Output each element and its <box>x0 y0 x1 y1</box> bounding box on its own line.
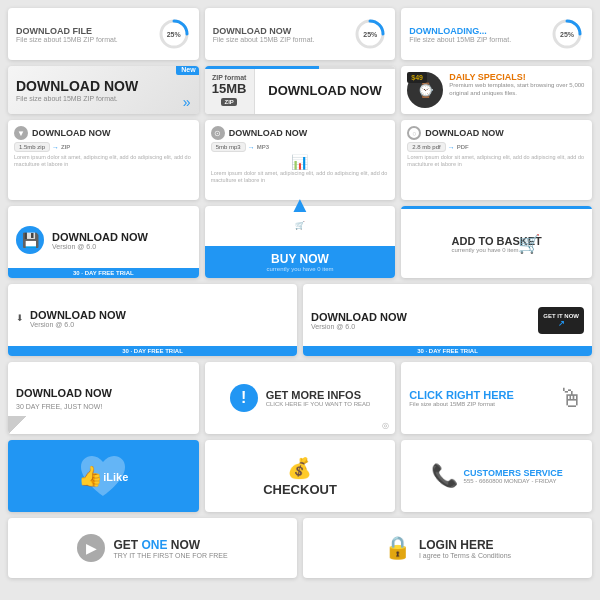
click-here-sub: File size about 15MB ZIP format <box>409 401 514 407</box>
dl-big-sub: File size about 15MB ZIP format. <box>16 95 118 102</box>
card3-sub: File size about 15MB ZIP format. <box>409 36 550 43</box>
get-one-main: GET ONE NOW <box>113 538 227 552</box>
get-it-badge-label: GET IT NOW <box>543 313 579 319</box>
pct-1: 25% <box>167 31 181 38</box>
get-one-card[interactable]: ▶ GET ONE NOW TRY IT THE FIRST ONE FOR F… <box>8 518 297 578</box>
daily-specials-card[interactable]: ⌚ DAILY SPECIALS! Premium web templates,… <box>401 66 592 114</box>
dl-v2-version: Version @ 6.0 <box>52 243 148 250</box>
ilike-label: iLike <box>103 471 128 483</box>
zip-badge: ZIP <box>221 98 236 106</box>
more-infos-main: GET MORE INFOS <box>266 389 371 401</box>
progress-ring-1: 25% <box>157 17 191 51</box>
dl-v2b-version: Version @ 6.0 <box>30 321 126 328</box>
phone-icon: 📞 <box>431 463 458 489</box>
login-sub: I agree to Terms & Conditions <box>419 552 511 559</box>
login-card[interactable]: 🔒 LOGIN HERE I agree to Terms & Conditio… <box>303 518 592 578</box>
customers-text: CUSTOMERS SERVICE 555 - 6660800 MONDAY -… <box>464 468 563 484</box>
get-it-text-area: DOWNLOAD NOW Version @ 6.0 <box>311 311 538 330</box>
customers-card[interactable]: 📞 CUSTOMERS SERVICE 555 - 6660800 MONDAY… <box>401 440 592 512</box>
dl-mp3-label: DOWNLOAD NOW <box>229 128 308 138</box>
lock-icon: 🔒 <box>384 535 411 561</box>
trial-bar-3: 30 · DAY FREE TRIAL <box>303 346 592 356</box>
basket-sub: currently you have 0 item <box>452 247 519 253</box>
buy-now-label: BUY NOW <box>209 252 392 266</box>
buy-now-sub: currently you have 0 item <box>209 266 392 272</box>
format-badge-1: ZIP <box>61 144 70 150</box>
arrow-icon-2: → <box>248 144 255 151</box>
dl-big-label: DOWNLOAD NOW <box>16 79 138 93</box>
chevrons-icon: » <box>183 94 191 110</box>
file-size-row: 1.5mb zip → ZIP <box>14 142 70 152</box>
login-text: LOGIN HERE I agree to Terms & Conditions <box>419 538 511 559</box>
arrow-icon-1: → <box>52 144 59 151</box>
get-one-text: GET ONE NOW TRY IT THE FIRST ONE FOR FRE… <box>113 538 227 559</box>
card3-title: Downloading... <box>409 26 550 36</box>
zip-btn-label: DOWNLOAD NOW <box>255 83 396 98</box>
curl-main: DOWNLOAD NOW <box>16 387 112 399</box>
buy-now-card-wrap[interactable]: ▲ 🛒 BUY NOW currently you have 0 item <box>205 206 396 278</box>
arrow-up-icon: ▲ <box>289 194 311 216</box>
coins-icon: 💰 <box>287 456 312 480</box>
circle-outline-icon: ○ <box>407 126 421 140</box>
dl-v2b-icon: ⬇ <box>16 313 24 323</box>
curl-dl-card[interactable]: DOWNLOAD NOW 30 DAY FREE, JUST NOW! <box>8 362 199 434</box>
hand-cursor-icon: 🖱 <box>558 385 584 411</box>
basket-card[interactable]: ADD TO BASKET currently you have 0 item … <box>401 206 592 278</box>
zip-size-label: 15MB <box>212 81 247 96</box>
dl-v2-main: DOWNLOAD NOW <box>52 231 148 243</box>
download-file-card[interactable]: Download file File size about 15MB ZIP f… <box>8 8 199 60</box>
dl-zip-detail-card[interactable]: ▼ DOWNLOAD NOW 1.5mb zip → ZIP Lorem ips… <box>8 120 199 200</box>
bar-chart-icon: 📊 <box>211 154 390 170</box>
card1-title: Download file <box>16 26 157 36</box>
click-here-card[interactable]: CLICK RIGHT HERE File size about 15MB ZI… <box>401 362 592 434</box>
more-infos-card[interactable]: ! GET MORE INFOS CLICK HERE IF YOU WANT … <box>205 362 396 434</box>
card2-sub: File size about 15MB ZIP format. <box>213 36 354 43</box>
downloading-card[interactable]: Downloading... File size about 15MB ZIP … <box>401 8 592 60</box>
exclamation-icon: ! <box>230 384 258 412</box>
more-infos-sub: CLICK HERE IF YOU WANT TO READ <box>266 401 371 407</box>
dl-v2-card-b[interactable]: ⬇ DOWNLOAD NOW Version @ 6.0 30 · DAY FR… <box>8 284 297 356</box>
zip-left: ZIP format 15MB ZIP <box>205 66 255 114</box>
format-badge-2: MP3 <box>257 144 269 150</box>
body-text-1: Lorem ipsum dolor sit amet, adipiscing e… <box>14 154 193 168</box>
file-size-row-2: 5mb mp3 → MP3 <box>211 142 269 152</box>
floppy-icon: 💾 <box>16 226 44 254</box>
ilike-card[interactable]: 👍 iLike <box>8 440 199 512</box>
get-it-version: Version @ 6.0 <box>311 323 538 330</box>
daily-title: DAILY SPECIALS! <box>449 72 586 82</box>
curl-corner-icon <box>8 416 26 434</box>
get-it-badge[interactable]: GET IT NOW ↗ <box>538 307 584 334</box>
dl-pdf-label: DOWNLOAD NOW <box>425 128 504 138</box>
dl-v2-card[interactable]: 💾 DOWNLOAD NOW Version @ 6.0 30 · DAY FR… <box>8 206 199 278</box>
dl-zip-label: DOWNLOAD NOW <box>32 128 111 138</box>
checkout-main: CHECKOUT <box>263 482 337 497</box>
card2-title: DOWNLOAD NOW <box>213 26 354 36</box>
zip-download-card[interactable]: ZIP format 15MB ZIP DOWNLOAD NOW <box>205 66 396 114</box>
format-badge-3: PDF <box>457 144 469 150</box>
get-it-arrow: ↗ <box>543 319 579 328</box>
pct-2: 25% <box>363 31 377 38</box>
click-here-text: CLICK RIGHT HERE File size about 15MB ZI… <box>409 389 514 407</box>
get-one-sub: TRY IT THE FIRST ONE FOR FREE <box>113 552 227 559</box>
arrow-icon-3: → <box>448 144 455 151</box>
file-size-tag-2: 5mb mp3 <box>211 142 246 152</box>
thumb-up-icon: 👍 <box>78 464 103 488</box>
dl-pdf-detail-card[interactable]: ○ DOWNLOAD NOW 2.8 mb pdf → PDF Lorem ip… <box>401 120 592 200</box>
down-triangle-icon: ▼ <box>14 126 28 140</box>
dl-v2b-main: DOWNLOAD NOW <box>30 309 126 321</box>
daily-sub: Premium web templates, start browsing ov… <box>449 82 586 98</box>
basket-icon: 🛒 <box>518 233 540 255</box>
progress-ring-2: 25% <box>353 17 387 51</box>
pct-3: 25% <box>560 31 574 38</box>
customers-main: CUSTOMERS SERVICE <box>464 468 563 478</box>
customers-sub: 555 - 6660800 MONDAY - FRIDAY <box>464 478 563 484</box>
download-big-card[interactable]: New DOWNLOAD NOW File size about 15MB ZI… <box>8 66 199 114</box>
checkout-card[interactable]: 💰 CHECKOUT <box>205 440 396 512</box>
get-it-now-card[interactable]: DOWNLOAD NOW Version @ 6.0 GET IT NOW ↗ … <box>303 284 592 356</box>
trial-bar-1: 30 · DAY FREE TRIAL <box>8 268 199 278</box>
download-now-card-1[interactable]: DOWNLOAD NOW File size about 15MB ZIP fo… <box>205 8 396 60</box>
circle-icon: ⊙ <box>211 126 225 140</box>
curl-sub: 30 DAY FREE, JUST NOW! <box>16 403 102 410</box>
dl-mp3-detail-card[interactable]: ⊙ DOWNLOAD NOW 5mb mp3 → MP3 📊 Lorem ips… <box>205 120 396 200</box>
play-circle-icon: ▶ <box>77 534 105 562</box>
